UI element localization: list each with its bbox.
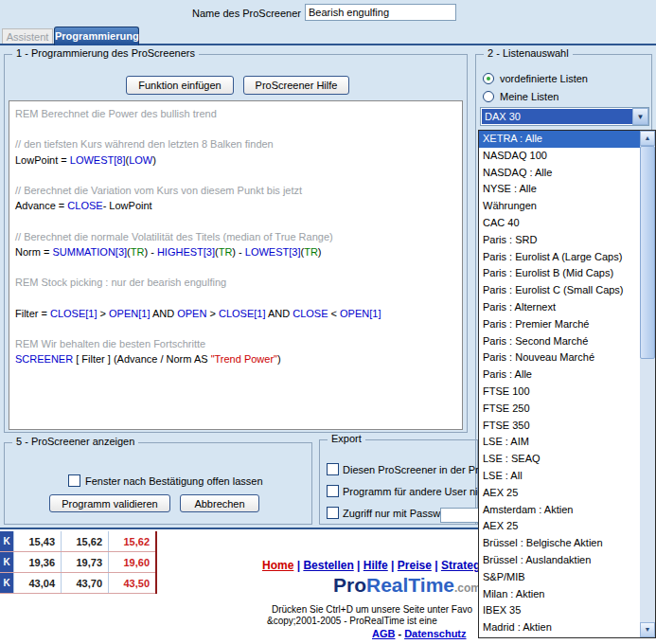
- list-item[interactable]: Paris : Nouveau Marché: [479, 349, 640, 367]
- list-item[interactable]: NYSE : Alle: [479, 181, 640, 198]
- my-lists-label: Meine Listen: [500, 91, 558, 102]
- export-password-checkbox[interactable]: [327, 507, 339, 519]
- table-row: K43,0443,7043,50: [0, 573, 155, 594]
- chevron-down-icon[interactable]: ▼: [632, 108, 648, 125]
- table-cell: 43,04: [13, 573, 61, 593]
- table-cell: 15,62: [61, 531, 108, 551]
- scroll-down-icon[interactable]: ▼: [640, 622, 655, 637]
- table-cell: K: [0, 573, 13, 593]
- validate-program-button[interactable]: Programm validieren: [49, 494, 170, 512]
- table-row: K15,4315,6215,62: [0, 531, 155, 552]
- predefined-lists-label: vordefinierte Listen: [500, 73, 588, 84]
- table-cell: 15,62: [108, 531, 155, 551]
- keep-window-open-checkbox[interactable]: [68, 474, 80, 487]
- programming-groupbox-title: 1 - Programmierung des ProScreeners: [12, 47, 199, 59]
- list-item[interactable]: LSE : All: [479, 468, 640, 485]
- nav-separator: |: [354, 559, 363, 572]
- list-item[interactable]: Paris : Second Marché: [479, 333, 640, 350]
- list-item[interactable]: IBEX 35: [479, 602, 640, 619]
- table-cell: 15,43: [13, 531, 61, 551]
- list-item[interactable]: Paris : SRD: [479, 232, 640, 249]
- table-cell: K: [0, 552, 13, 572]
- nav-link[interactable]: Hilfe: [363, 559, 388, 572]
- keep-window-open-label: Fenster nach Bestätigung offen lassen: [85, 475, 263, 487]
- datenschutz-link[interactable]: Datenschutz: [404, 628, 466, 639]
- list-item[interactable]: NASDAQ : Alle: [479, 165, 640, 182]
- nav-links: Home | Bestellen | Hilfe | Preise | Stra…: [262, 559, 489, 572]
- proscreener-name-label: Name des ProScreener: [142, 8, 301, 19]
- logo-pro-text: Pro: [333, 574, 366, 596]
- list-item[interactable]: Währungen: [479, 198, 640, 215]
- list-item[interactable]: Paris : Eurolist A (Large Caps): [479, 249, 640, 266]
- footer-links: AGB-Datenschutz: [372, 628, 467, 639]
- list-dropdown: XETRA : AlleNASDAQ 100NASDAQ : AlleNYSE …: [478, 130, 656, 638]
- quote-table: K15,4315,6215,62K19,3619,7319,60K43,0443…: [0, 531, 157, 594]
- table-row: K19,3619,7319,60: [0, 552, 155, 573]
- list-item[interactable]: LSE : AIM: [479, 434, 640, 451]
- prorealtime-logo: ProRealTime.com: [333, 574, 481, 597]
- proscreener-name-input[interactable]: [305, 4, 456, 21]
- export-password-label: Zugriff nur mit Passwort:: [343, 508, 455, 519]
- nav-link[interactable]: Home: [262, 559, 293, 572]
- list-item[interactable]: Madrid : Aktien: [479, 619, 640, 636]
- export-library-label: Diesen ProScreener in der ProR: [343, 464, 492, 475]
- dropdown-list-items: XETRA : AlleNASDAQ 100NASDAQ : AlleNYSE …: [479, 131, 640, 637]
- list-item[interactable]: AEX 25: [479, 485, 640, 502]
- list-item[interactable]: Brüssel : Auslandaktien: [479, 552, 640, 569]
- list-item[interactable]: Paris : Eurolist C (Small Caps): [479, 282, 640, 299]
- insert-function-button[interactable]: Funktion einfügen: [126, 76, 234, 95]
- predefined-lists-radio[interactable]: [483, 73, 494, 84]
- export-protect-checkbox[interactable]: [327, 485, 339, 497]
- list-combobox-value: DAX 30: [482, 109, 632, 124]
- list-item[interactable]: CAC 40: [479, 215, 640, 232]
- table-cell: 19,73: [61, 552, 108, 572]
- list-combobox[interactable]: DAX 30 ▼: [480, 107, 649, 126]
- logo-com-text: .com: [454, 581, 481, 595]
- code-editor[interactable]: REM Berechnet die Power des bullish tren…: [9, 100, 463, 430]
- list-item[interactable]: FTSE 350: [479, 418, 640, 435]
- list-item[interactable]: Brüssel : Belgische Aktien: [479, 535, 640, 552]
- list-item[interactable]: XETRA : Alle: [479, 131, 640, 148]
- dropdown-scrollbar[interactable]: ▲ ▼: [640, 131, 655, 637]
- bookmark-hint-text: Drücken Sie Ctrl+D um unsere Seite unter…: [272, 604, 472, 615]
- nav-link[interactable]: Preise: [398, 559, 432, 572]
- nav-separator: |: [432, 559, 441, 572]
- table-cell: 19,36: [13, 552, 61, 572]
- my-lists-radio[interactable]: [483, 91, 494, 102]
- logo-realtime-text: RealTime: [366, 574, 454, 596]
- list-item[interactable]: S&P/MIB: [479, 569, 640, 586]
- export-groupbox-title: Export: [328, 433, 365, 444]
- list-selection-groupbox-title: 2 - Listenauswahl: [484, 47, 573, 59]
- list-item[interactable]: AEX 25: [479, 518, 640, 535]
- list-item[interactable]: Paris : Eurolist B (Mid Caps): [479, 265, 640, 282]
- table-cell: 19,60: [108, 552, 155, 572]
- tab-programmierung[interactable]: Programmierung: [54, 27, 139, 45]
- proscreener-dialog: K15,4315,6215,62K19,3619,7319,60K43,0443…: [0, 0, 656, 644]
- tab-assistent[interactable]: Assistent: [2, 28, 53, 44]
- scrollbar-thumb[interactable]: [640, 146, 655, 359]
- list-item[interactable]: NASDAQ 100: [479, 148, 640, 165]
- list-item[interactable]: Milan : Aktien: [479, 586, 640, 603]
- nav-link[interactable]: Bestellen: [303, 559, 353, 572]
- list-item[interactable]: Paris : Alternext: [479, 299, 640, 316]
- copyright-text: &copy;2001-2005 - ProRealTime ist eine: [267, 616, 437, 626]
- table-cell: 43,70: [61, 573, 108, 593]
- list-item[interactable]: Paris : Premier Marché: [479, 316, 640, 333]
- export-library-checkbox[interactable]: [327, 463, 339, 475]
- scroll-up-icon[interactable]: ▲: [640, 131, 655, 146]
- proscreener-help-button[interactable]: ProScreener Hilfe: [243, 76, 349, 95]
- nav-separator: |: [293, 559, 303, 572]
- list-item[interactable]: Amsterdam : Aktien: [479, 502, 640, 519]
- footer-separator: -: [395, 628, 404, 639]
- cancel-button[interactable]: Abbrechen: [180, 494, 259, 512]
- list-item[interactable]: FTSE 100: [479, 384, 640, 401]
- agb-link[interactable]: AGB: [372, 628, 395, 639]
- list-item[interactable]: FTSE 250: [479, 401, 640, 418]
- list-item[interactable]: LSE : SEAQ: [479, 451, 640, 468]
- display-groupbox-title: 5 - ProScreener anzeigen: [12, 436, 138, 447]
- export-protect-label: Programm für andere User nich: [343, 486, 488, 497]
- list-item[interactable]: Paris : Alle: [479, 367, 640, 384]
- table-cell: K: [0, 531, 13, 551]
- nav-separator: |: [388, 559, 398, 572]
- table-cell: 43,50: [108, 573, 155, 593]
